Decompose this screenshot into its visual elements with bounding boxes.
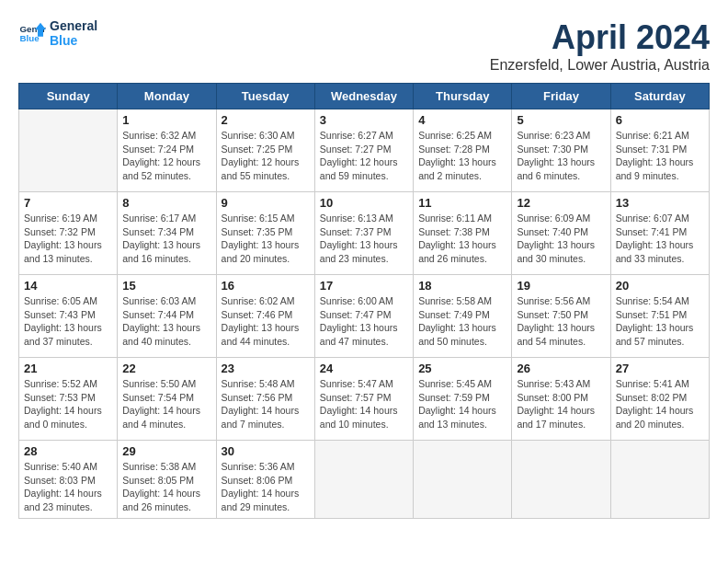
month-title: April 2024 bbox=[490, 18, 710, 57]
day-number: 2 bbox=[222, 113, 310, 127]
day-info: Sunrise: 6:21 AMSunset: 7:31 PMDaylight:… bbox=[616, 129, 704, 183]
week-row-4: 28Sunrise: 5:40 AMSunset: 8:03 PMDayligh… bbox=[19, 441, 710, 519]
calendar-cell: 18Sunrise: 5:58 AMSunset: 7:49 PMDayligh… bbox=[414, 275, 512, 358]
day-info: Sunrise: 6:05 AMSunset: 7:43 PMDaylight:… bbox=[24, 294, 112, 349]
calendar-cell: 19Sunrise: 5:56 AMSunset: 7:50 PMDayligh… bbox=[512, 275, 610, 358]
week-row-1: 7Sunrise: 6:19 AMSunset: 7:32 PMDaylight… bbox=[19, 192, 710, 275]
day-number: 13 bbox=[616, 196, 704, 210]
logo-icon: General Blue bbox=[18, 19, 46, 47]
weekday-header-sunday: Sunday bbox=[19, 84, 118, 109]
weekday-header-row: SundayMondayTuesdayWednesdayThursdayFrid… bbox=[19, 84, 710, 109]
day-number: 25 bbox=[418, 362, 506, 375]
calendar-cell: 11Sunrise: 6:11 AMSunset: 7:38 PMDayligh… bbox=[414, 192, 512, 275]
day-number: 5 bbox=[517, 113, 605, 127]
day-number: 17 bbox=[320, 279, 408, 293]
calendar-cell: 26Sunrise: 5:43 AMSunset: 8:00 PMDayligh… bbox=[512, 358, 610, 441]
day-number: 19 bbox=[517, 279, 605, 293]
day-info: Sunrise: 5:36 AMSunset: 8:06 PMDaylight:… bbox=[222, 460, 310, 514]
week-row-3: 21Sunrise: 5:52 AMSunset: 7:53 PMDayligh… bbox=[19, 358, 710, 441]
svg-text:Blue: Blue bbox=[20, 33, 40, 43]
day-info: Sunrise: 5:47 AMSunset: 7:57 PMDaylight:… bbox=[320, 377, 408, 431]
day-number: 26 bbox=[517, 362, 605, 375]
day-info: Sunrise: 5:58 AMSunset: 7:49 PMDaylight:… bbox=[418, 294, 506, 349]
day-info: Sunrise: 6:13 AMSunset: 7:37 PMDaylight:… bbox=[320, 212, 408, 266]
location-title: Enzersfeld, Lower Austria, Austria bbox=[490, 57, 710, 74]
day-info: Sunrise: 6:11 AMSunset: 7:38 PMDaylight:… bbox=[418, 212, 506, 266]
day-info: Sunrise: 6:00 AMSunset: 7:47 PMDaylight:… bbox=[320, 294, 408, 349]
day-info: Sunrise: 6:17 AMSunset: 7:34 PMDaylight:… bbox=[122, 212, 210, 266]
day-number: 9 bbox=[222, 196, 310, 210]
day-info: Sunrise: 5:41 AMSunset: 8:02 PMDaylight:… bbox=[616, 377, 704, 431]
day-number: 29 bbox=[122, 444, 210, 458]
day-number: 15 bbox=[122, 279, 210, 293]
day-number: 27 bbox=[616, 362, 704, 375]
day-number: 12 bbox=[517, 196, 605, 210]
day-info: Sunrise: 5:45 AMSunset: 7:59 PMDaylight:… bbox=[418, 377, 506, 431]
calendar-cell: 23Sunrise: 5:48 AMSunset: 7:56 PMDayligh… bbox=[216, 358, 314, 441]
calendar-cell: 2Sunrise: 6:30 AMSunset: 7:25 PMDaylight… bbox=[216, 109, 314, 192]
day-number: 18 bbox=[418, 279, 506, 293]
calendar-table: SundayMondayTuesdayWednesdayThursdayFrid… bbox=[18, 83, 710, 519]
calendar-cell: 30Sunrise: 5:36 AMSunset: 8:06 PMDayligh… bbox=[216, 441, 314, 519]
calendar-cell: 28Sunrise: 5:40 AMSunset: 8:03 PMDayligh… bbox=[19, 441, 118, 519]
day-info: Sunrise: 5:38 AMSunset: 8:05 PMDaylight:… bbox=[122, 460, 210, 514]
day-number: 24 bbox=[320, 362, 408, 375]
calendar-cell: 13Sunrise: 6:07 AMSunset: 7:41 PMDayligh… bbox=[610, 192, 709, 275]
day-info: Sunrise: 5:48 AMSunset: 7:56 PMDaylight:… bbox=[222, 377, 310, 431]
calendar-cell: 6Sunrise: 6:21 AMSunset: 7:31 PMDaylight… bbox=[610, 109, 709, 192]
day-info: Sunrise: 5:52 AMSunset: 7:53 PMDaylight:… bbox=[24, 377, 112, 431]
day-number: 23 bbox=[222, 362, 310, 375]
day-info: Sunrise: 6:15 AMSunset: 7:35 PMDaylight:… bbox=[222, 212, 310, 266]
week-row-2: 14Sunrise: 6:05 AMSunset: 7:43 PMDayligh… bbox=[19, 275, 710, 358]
calendar-cell: 3Sunrise: 6:27 AMSunset: 7:27 PMDaylight… bbox=[314, 109, 413, 192]
day-info: Sunrise: 5:40 AMSunset: 8:03 PMDaylight:… bbox=[24, 460, 112, 514]
day-number: 14 bbox=[24, 279, 112, 293]
calendar-cell bbox=[610, 441, 709, 519]
day-number: 16 bbox=[222, 279, 310, 293]
week-row-0: 1Sunrise: 6:32 AMSunset: 7:24 PMDaylight… bbox=[19, 109, 710, 192]
page-header: General Blue General Blue April 2024 Enz… bbox=[18, 18, 710, 74]
calendar-cell: 22Sunrise: 5:50 AMSunset: 7:54 PMDayligh… bbox=[118, 358, 216, 441]
calendar-cell bbox=[19, 109, 118, 192]
calendar-cell: 17Sunrise: 6:00 AMSunset: 7:47 PMDayligh… bbox=[314, 275, 413, 358]
day-info: Sunrise: 6:19 AMSunset: 7:32 PMDaylight:… bbox=[24, 212, 112, 266]
day-number: 11 bbox=[418, 196, 506, 210]
title-block: April 2024 Enzersfeld, Lower Austria, Au… bbox=[490, 18, 710, 74]
day-info: Sunrise: 6:30 AMSunset: 7:25 PMDaylight:… bbox=[222, 129, 310, 183]
calendar-cell: 10Sunrise: 6:13 AMSunset: 7:37 PMDayligh… bbox=[314, 192, 413, 275]
calendar-cell: 5Sunrise: 6:23 AMSunset: 7:30 PMDaylight… bbox=[512, 109, 610, 192]
calendar-cell: 25Sunrise: 5:45 AMSunset: 7:59 PMDayligh… bbox=[414, 358, 512, 441]
logo-blue: Blue bbox=[50, 33, 97, 48]
day-info: Sunrise: 6:23 AMSunset: 7:30 PMDaylight:… bbox=[517, 129, 605, 183]
day-info: Sunrise: 6:27 AMSunset: 7:27 PMDaylight:… bbox=[320, 129, 408, 183]
calendar-cell: 4Sunrise: 6:25 AMSunset: 7:28 PMDaylight… bbox=[414, 109, 512, 192]
calendar-cell: 15Sunrise: 6:03 AMSunset: 7:44 PMDayligh… bbox=[118, 275, 216, 358]
day-number: 21 bbox=[24, 362, 112, 375]
calendar-cell bbox=[314, 441, 413, 519]
calendar-cell bbox=[512, 441, 610, 519]
day-info: Sunrise: 5:50 AMSunset: 7:54 PMDaylight:… bbox=[122, 377, 210, 431]
day-info: Sunrise: 5:56 AMSunset: 7:50 PMDaylight:… bbox=[517, 294, 605, 349]
calendar-cell: 24Sunrise: 5:47 AMSunset: 7:57 PMDayligh… bbox=[314, 358, 413, 441]
weekday-header-wednesday: Wednesday bbox=[314, 84, 413, 109]
day-info: Sunrise: 5:43 AMSunset: 8:00 PMDaylight:… bbox=[517, 377, 605, 431]
day-number: 8 bbox=[122, 196, 210, 210]
calendar-cell: 27Sunrise: 5:41 AMSunset: 8:02 PMDayligh… bbox=[610, 358, 709, 441]
logo: General Blue General Blue bbox=[18, 18, 97, 48]
calendar-cell: 9Sunrise: 6:15 AMSunset: 7:35 PMDaylight… bbox=[216, 192, 314, 275]
weekday-header-friday: Friday bbox=[512, 84, 610, 109]
calendar-cell: 12Sunrise: 6:09 AMSunset: 7:40 PMDayligh… bbox=[512, 192, 610, 275]
day-info: Sunrise: 6:25 AMSunset: 7:28 PMDaylight:… bbox=[418, 129, 506, 183]
calendar-cell: 8Sunrise: 6:17 AMSunset: 7:34 PMDaylight… bbox=[118, 192, 216, 275]
calendar-cell: 7Sunrise: 6:19 AMSunset: 7:32 PMDaylight… bbox=[19, 192, 118, 275]
day-number: 22 bbox=[122, 362, 210, 375]
calendar-cell: 14Sunrise: 6:05 AMSunset: 7:43 PMDayligh… bbox=[19, 275, 118, 358]
day-info: Sunrise: 6:32 AMSunset: 7:24 PMDaylight:… bbox=[122, 129, 210, 183]
weekday-header-thursday: Thursday bbox=[414, 84, 512, 109]
day-number: 10 bbox=[320, 196, 408, 210]
weekday-header-saturday: Saturday bbox=[610, 84, 709, 109]
day-number: 30 bbox=[222, 444, 310, 458]
weekday-header-monday: Monday bbox=[118, 84, 216, 109]
calendar-cell: 21Sunrise: 5:52 AMSunset: 7:53 PMDayligh… bbox=[19, 358, 118, 441]
day-number: 1 bbox=[122, 113, 210, 127]
